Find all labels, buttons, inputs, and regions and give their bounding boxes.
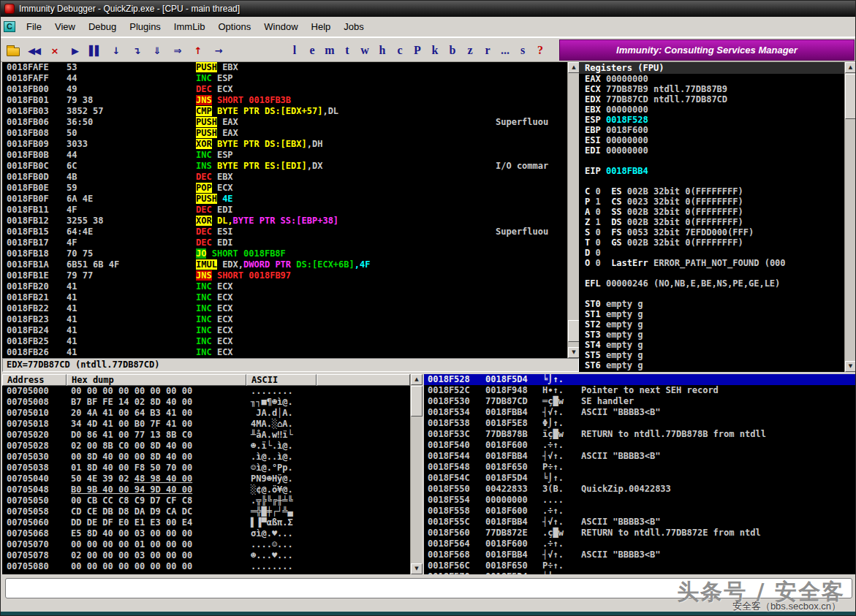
stack-row[interactable]: 0018F550004228333(B.QuickZip.00422833 xyxy=(424,484,855,495)
letter-button-t[interactable]: t xyxy=(338,44,356,57)
letter-button-...[interactable]: ... xyxy=(496,44,514,57)
menu-item-plugins[interactable]: Plugins xyxy=(123,18,167,35)
open-file-icon[interactable] xyxy=(4,42,22,59)
stack-row[interactable]: 0018F5680018FBB4┤√↑.ASCII "BBBB3<B" xyxy=(424,550,855,560)
letter-button-l[interactable]: l xyxy=(286,44,303,57)
letter-button-e[interactable]: e xyxy=(303,44,321,57)
stack-row[interactable]: 0018F5440018FBB4┤√↑.ASCII "BBBB3<B" xyxy=(424,451,855,462)
close-icon[interactable]: × xyxy=(45,42,63,59)
register-row[interactable]: Z 1 DS 002B 32bit 0(FFFFFFFF) xyxy=(579,217,855,227)
register-row[interactable] xyxy=(579,156,855,166)
letter-button-b[interactable]: b xyxy=(444,44,461,57)
letter-button-w[interactable]: w xyxy=(356,44,374,57)
register-row[interactable]: EAX 00000000 xyxy=(579,74,855,84)
letter-button-m[interactable]: m xyxy=(321,44,338,57)
register-row[interactable]: EBX 00000000 xyxy=(579,104,855,115)
stack-row[interactable]: 0018F5280018F5D4╘⌡↑. xyxy=(424,374,855,385)
dump-row[interactable]: 00705020D0 86 41 00 77 13 8B C0╨åA.w‼ï└ xyxy=(2,430,410,441)
stack-row[interactable]: 0018F5580018F600.÷↑. xyxy=(424,506,855,517)
disasm-row[interactable]: 0018FB1A6B51 6B 4FIMUL EDX,DWORD PTR DS:… xyxy=(2,259,567,270)
dump-row[interactable]: 0070502802 00 8B C0 00 8D 40 00☻.ï└.ì@. xyxy=(2,441,410,452)
register-row[interactable]: ST1 empty g xyxy=(579,309,855,319)
register-row[interactable]: P 1 CS 0023 32bit 0(FFFFFFFF) xyxy=(579,197,855,207)
register-row[interactable]: C 0 ES 002B 32bit 0(FFFFFFFF) xyxy=(579,186,855,197)
letter-button-s[interactable]: s xyxy=(514,44,531,57)
stack-row[interactable]: 0018F53C77DB878Bïç█wRETURN to ntdll.77DB… xyxy=(424,429,855,440)
menu-item-window[interactable]: Window xyxy=(257,18,304,35)
disasm-row[interactable]: 0018FB033852 57CMP BYTE PTR DS:[EDX+57],… xyxy=(2,106,567,117)
register-row[interactable]: EIP 0018FBB4 xyxy=(579,166,855,176)
letter-button-h[interactable]: h xyxy=(374,44,391,57)
dump-row[interactable]: 00705058CD CE DB D8 DA D9 CA DC═╬█╪┌┘╩▄ xyxy=(2,506,410,517)
register-row[interactable]: ST3 empty g xyxy=(579,330,855,340)
menu-item-jobs[interactable]: Jobs xyxy=(337,18,370,35)
register-row[interactable]: T 0 GS 002B 32bit 0(FFFFFFFF) xyxy=(579,237,855,248)
disasm-row[interactable]: 0018FB1564:4EDEC ESISuperfluou xyxy=(2,227,567,237)
dump-row[interactable]: 0070501834 4D 41 00 B0 7F 41 004MA.░⌂A. xyxy=(2,419,410,430)
register-row[interactable]: EBP 0018F600 xyxy=(579,125,855,135)
dump-row[interactable]: 0070507802 00 00 00 03 00 00 00☻...♥... xyxy=(2,550,410,561)
disasm-row[interactable]: 0018FB0850PUSH EAX xyxy=(2,128,567,139)
scroll-down-icon[interactable]: ▼ xyxy=(568,347,580,358)
dump-row[interactable]: 0070503801 8D 40 00 F8 50 70 00☺ì@.°Pp. xyxy=(2,463,410,474)
dump-header-hex-dump[interactable]: Hex dump xyxy=(67,374,246,386)
go-to-icon[interactable]: → xyxy=(209,42,227,59)
disasm-row[interactable]: 0018FB0E59POP ECX xyxy=(2,183,567,194)
letter-button-P[interactable]: P xyxy=(409,44,426,57)
scroll-up-icon[interactable]: ▲ xyxy=(411,374,423,385)
stack-row[interactable]: 0018F5380018F5E8Φ⌡↑. xyxy=(424,418,855,429)
disasm-row[interactable]: 0018FB2341INC ECX xyxy=(2,314,567,325)
stack-row[interactable]: 0018F55C0018FBB4┤√↑.ASCII "BBBB3<B" xyxy=(424,517,855,528)
dump-header-address[interactable]: Address xyxy=(2,374,67,386)
letter-button-z[interactable]: z xyxy=(461,44,479,57)
letter-button-c[interactable]: c xyxy=(391,44,409,57)
disasm-row[interactable]: 0018FAFF44INC ESP xyxy=(2,73,567,84)
disasm-row[interactable]: 0018FB2041INC ECX xyxy=(2,281,567,292)
stack-row[interactable]: 0018F5480018F650P÷↑. xyxy=(424,462,855,473)
dump-row[interactable]: 0070504050 4E 39 02 48 98 40 00PN9☻Hÿ@. xyxy=(2,474,410,484)
menu-item-options[interactable]: Options xyxy=(211,18,257,35)
dump-row[interactable]: 0070507000 00 00 00 01 00 00 00....☺... xyxy=(2,539,410,550)
disasm-row[interactable]: 0018FB0B44INC ESP xyxy=(2,150,567,161)
trace-over-icon[interactable]: ⇒ xyxy=(168,42,186,59)
scrollbar-thumb[interactable] xyxy=(411,386,423,417)
menu-item-help[interactable]: Help xyxy=(305,18,338,35)
stack-row[interactable]: 0018F56C0018F650P÷↑. xyxy=(424,560,855,571)
stack-row[interactable]: 0018F5640018F600.÷↑. xyxy=(424,539,855,550)
dump-row[interactable]: 0070501020 4A 41 00 64 B3 41 00 JA.d│A. xyxy=(2,408,410,419)
restart-icon[interactable]: ◀◀ xyxy=(25,42,42,59)
disasm-row[interactable]: 0018FB1870 75JO SHORT 0018FB8F xyxy=(2,248,567,259)
titlebar[interactable]: Immunity Debugger - QuickZip.exe - [CPU … xyxy=(1,1,855,17)
register-row[interactable]: EDX 77DB87CD ntdll.77DB87CD xyxy=(579,94,855,104)
register-row[interactable]: EDI 00000000 xyxy=(579,145,855,156)
disasm-row[interactable]: 0018FB2541INC ECX xyxy=(2,336,567,347)
register-row[interactable] xyxy=(579,289,855,299)
disasm-scrollbar[interactable]: ▲ ▼ xyxy=(567,62,579,358)
dump-row[interactable]: 00705060DD DE DF E0 E1 E3 00 E4▌▐▀αßπ.Σ xyxy=(2,517,410,528)
register-row[interactable]: ESP 0018F528 xyxy=(579,115,855,125)
letter-button-k[interactable]: k xyxy=(426,44,444,57)
dump-row[interactable]: 00705008B7 BF FE 14 02 8D 40 00╖┐■¶☻ì@. xyxy=(2,397,410,408)
disasm-row[interactable]: 0018FB123255 38XOR DL,BYTE PTR SS:[EBP+3… xyxy=(2,216,567,227)
register-row[interactable]: A 0 SS 002B 32bit 0(FFFFFFFF) xyxy=(579,207,855,217)
cpu-window-icon[interactable]: C xyxy=(4,21,15,32)
dump-row[interactable]: 00705068E5 8D 40 00 03 00 00 00σì@.♥... xyxy=(2,528,410,539)
dump-row[interactable]: 0070503000 8D 40 00 00 8D 40 00.ì@..ì@. xyxy=(2,452,410,463)
disasm-row[interactable]: 0018FB0C6CINS BYTE PTR ES:[EDI],DXI/O co… xyxy=(2,161,567,172)
menu-item-debug[interactable]: Debug xyxy=(82,18,123,35)
scroll-up-icon[interactable]: ▲ xyxy=(845,62,856,73)
disasm-row[interactable]: 0018FB093033XOR BYTE PTR DS:[EBX],DH xyxy=(2,139,567,150)
disasm-row[interactable]: 0018FB0049DEC ECX xyxy=(2,84,567,95)
info-line[interactable]: EDX=77DB87CD (ntdll.77DB87CD) xyxy=(2,358,579,372)
disasm-row[interactable]: 0018FB0179 38JNS SHORT 0018FB3B xyxy=(2,95,567,106)
pause-icon[interactable]: ▌▌ xyxy=(86,42,104,59)
menu-item-view[interactable]: View xyxy=(48,18,82,35)
register-row[interactable]: EFL 00000246 (NO,NB,E,BE,NS,PE,GE,LE) xyxy=(579,278,855,289)
step-into-icon[interactable]: ↓ xyxy=(107,42,124,59)
register-row[interactable]: ST5 empty g xyxy=(579,350,855,360)
stack-row[interactable]: 0018F54C0018F5D4╘⌡↑. xyxy=(424,473,855,484)
disasm-row[interactable]: 0018FB114FDEC EDI xyxy=(2,205,567,216)
scroll-down-icon[interactable]: ▼ xyxy=(411,563,423,574)
disasm-row[interactable]: 0018FB174FDEC EDI xyxy=(2,237,567,248)
register-row[interactable]: ST4 empty g xyxy=(579,340,855,350)
